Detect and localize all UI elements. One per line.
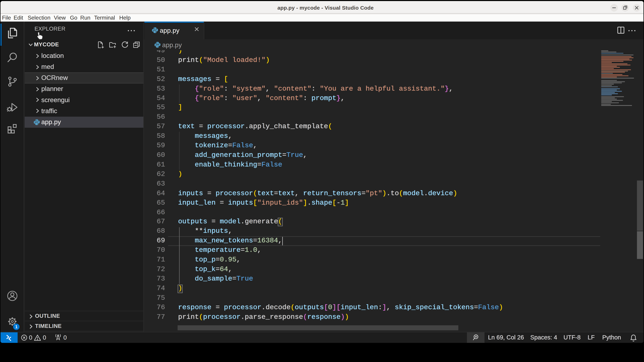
svg-text:0: 0 — [63, 334, 67, 341]
svg-text:1: 1 — [15, 324, 18, 329]
svg-text:0: 0 — [43, 334, 46, 341]
svg-text:0: 0 — [29, 334, 32, 341]
